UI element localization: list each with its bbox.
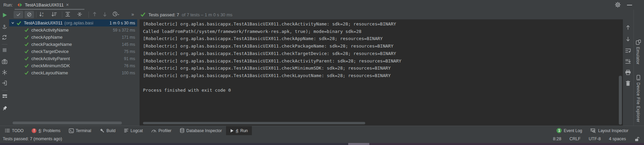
chevron-down-icon[interactable] [11, 21, 15, 25]
tool-button-logcat[interactable]: Logcat [120, 126, 147, 135]
layout-inspector-label: Layout Inspector [598, 128, 628, 133]
tree-test-row[interactable]: checkPackageName 145 ms [9, 41, 137, 48]
test-name: checkLayoutName [31, 70, 68, 75]
show-passed-button[interactable] [14, 11, 23, 18]
test-duration: 59 s 372 ms [113, 28, 137, 33]
apply-changes-icon[interactable] [2, 70, 7, 75]
run-tab-title: TestA1BasicUIX011 [25, 2, 64, 7]
test-passed-icon [24, 56, 29, 61]
terminal-label: Terminal [76, 128, 91, 133]
previous-failed-test-icon[interactable] [92, 12, 97, 17]
rerun-failed-tests-icon[interactable]: 9 [2, 24, 7, 30]
tree-test-row[interactable]: checkActivityParent 91 ms [9, 55, 137, 62]
tree-root-duration: 1 m 0 s 30 ms [110, 21, 137, 25]
tests-passed-summary: Tests passed: 7 of 7 tests – 1 m 0 s 30 … [148, 12, 232, 17]
pin-tab-icon[interactable] [2, 105, 8, 111]
hide-window-icon[interactable] [627, 5, 632, 5]
tree-test-row[interactable]: checkActivityName 59 s 372 ms [9, 26, 137, 34]
emulator-icon [635, 39, 641, 45]
toggle-auto-test-icon[interactable] [1, 34, 7, 40]
indent-widget[interactable]: 4 spaces [609, 137, 626, 141]
tree-test-row[interactable]: checkMinimumSDK 76 ms [9, 62, 137, 69]
console-line: [Robolectric] org.aplas.basicappx.TestA1… [143, 57, 623, 65]
soft-wrap-icon[interactable] [625, 48, 631, 53]
test-name: checkActivityParent [31, 56, 70, 61]
tool-button-emulator[interactable]: Emulator [635, 39, 641, 66]
tree-root-row[interactable]: TestA1BasicUIX011 (org.aplas.basi 1 m 0 … [9, 19, 137, 26]
scroll-up-icon[interactable] [625, 25, 631, 30]
print-icon[interactable] [625, 70, 631, 75]
toolbar-separator [2, 90, 7, 91]
tests-passed-count: Tests passed: 7 [148, 12, 179, 17]
console-vertical-scrollbar[interactable] [619, 76, 622, 125]
tests-passed-detail: of 7 tests – 1 m 0 s 30 ms [182, 12, 232, 17]
test-passed-icon [24, 42, 29, 47]
console-line: [Robolectric] org.aplas.basicappx.TestA1… [143, 72, 623, 79]
tool-window-bar: TODO ! 6: Problems Terminal Build [0, 126, 644, 135]
run-label: Run: [3, 2, 13, 7]
tool-button-device-file-explorer[interactable]: Device File Explorer [636, 75, 641, 123]
run-window-header: Run: TestA1BasicUIX011 × [0, 0, 644, 10]
tool-button-todo[interactable]: TODO [1, 126, 28, 135]
run-tab[interactable]: TestA1BasicUIX011 × [17, 1, 69, 8]
sort-alphabetically-icon[interactable]: a z [39, 12, 45, 17]
line-ending-widget[interactable]: CRLF [569, 137, 581, 141]
console-exit-line: Process finished with exit code 0 [143, 87, 623, 94]
unlocked-icon[interactable] [634, 137, 639, 142]
logcat-label: Logcat [131, 128, 143, 133]
active-tab-underline [15, 9, 84, 10]
collapse-all-icon[interactable] [77, 12, 82, 17]
tree-horizontal-scrollbar[interactable] [13, 122, 122, 124]
event-log-label: Event Log [564, 128, 582, 133]
restore-layout-icon[interactable] [2, 94, 7, 98]
toolbar-separator [62, 12, 62, 18]
tree-test-row[interactable]: checkTargetDevice 75 ms [9, 48, 137, 55]
tool-button-build[interactable]: Build [95, 126, 120, 135]
problems-text: : Problems [41, 128, 60, 133]
tool-button-terminal[interactable]: Terminal [65, 126, 95, 135]
console-horizontal-scrollbar[interactable] [143, 122, 365, 124]
test-duration: 76 ms [124, 64, 137, 68]
clear-console-icon[interactable] [625, 80, 631, 86]
show-ignored-button[interactable] [25, 11, 34, 18]
next-failed-test-icon[interactable] [102, 12, 108, 17]
tool-button-profiler[interactable]: Profiler [147, 126, 176, 135]
toolbar-separator [2, 44, 7, 44]
database-icon [180, 128, 184, 133]
gear-icon[interactable] [615, 2, 621, 8]
console-line: [Robolectric] org.aplas.basicappx.TestA1… [143, 42, 623, 50]
console-output[interactable]: [Robolectric] org.aplas.basicappx.TestA1… [140, 19, 623, 126]
bottom-edge-strip-highlight [348, 143, 369, 145]
sort-by-duration-icon[interactable] [51, 12, 57, 17]
test-duration: 75 ms [124, 49, 137, 54]
tool-button-database-inspector[interactable]: Database Inspector [176, 126, 226, 135]
test-history-icon[interactable] [112, 11, 120, 17]
tree-test-row[interactable]: checkLayoutName 100 ms [9, 69, 137, 76]
rerun-tests-icon[interactable] [2, 13, 7, 18]
todo-label: TODO [12, 128, 23, 133]
device-file-explorer-label: Device File Explorer [636, 83, 641, 122]
expand-all-icon[interactable] [65, 12, 70, 17]
event-log-badge: 1 [557, 128, 562, 133]
toolbar-overflow-chevron[interactable]: » [131, 12, 134, 17]
tree-test-row[interactable]: checkAppName 171 ms [9, 34, 137, 41]
tool-button-run-active[interactable]: 4: Run [226, 126, 252, 135]
build-label: Build [107, 128, 116, 133]
terminal-icon [69, 128, 74, 133]
tree-root-name: TestA1BasicUIX011 [24, 20, 63, 25]
close-icon[interactable]: × [66, 2, 69, 7]
problems-label: 6: Problems [38, 128, 60, 133]
import-test-results-icon[interactable] [2, 80, 7, 86]
tool-button-event-log[interactable]: 1 Event Log [552, 126, 586, 135]
encoding-widget[interactable]: UTF-8 [589, 137, 601, 141]
caret-position-widget[interactable]: 8:28 [553, 137, 561, 141]
screen-capture-icon[interactable] [2, 59, 7, 64]
profiler-icon [151, 128, 157, 133]
tool-button-layout-inspector[interactable]: Layout Inspector [586, 126, 632, 135]
scroll-to-end-icon[interactable] [625, 59, 631, 64]
tool-button-problems[interactable]: ! 6: Problems [28, 126, 64, 135]
scroll-down-icon[interactable] [625, 36, 631, 42]
build-hammer-icon [99, 128, 104, 133]
test-name: checkPackageName [31, 42, 72, 47]
status-message[interactable]: Tests passed: 7 (moments ago) [3, 137, 62, 141]
